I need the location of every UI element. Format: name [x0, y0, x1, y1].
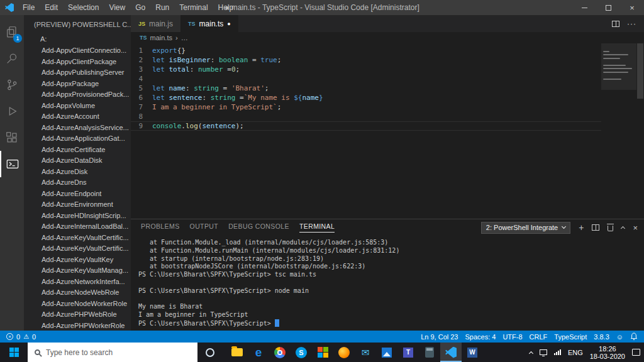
- menu-view[interactable]: View: [104, 0, 130, 15]
- menu-terminal[interactable]: Terminal: [174, 0, 213, 15]
- command-list-item[interactable]: Add-AzureKeyVaultManag...: [24, 265, 131, 277]
- activity-extensions-icon[interactable]: [0, 124, 24, 151]
- code-line[interactable]: 3let total: number =0;: [131, 65, 601, 74]
- activity-source-control-icon[interactable]: [0, 72, 24, 98]
- new-terminal-icon[interactable]: +: [579, 223, 584, 232]
- tray-expand-icon[interactable]: [529, 351, 533, 355]
- typescript-version[interactable]: 3.8.3: [594, 333, 609, 341]
- taskbar-photos-icon[interactable]: [376, 343, 397, 362]
- code-line[interactable]: 1export{}: [131, 46, 601, 55]
- code-line[interactable]: 4: [131, 74, 601, 84]
- taskbar-word-icon[interactable]: W: [462, 343, 483, 362]
- feedback-smiley-icon[interactable]: ☺: [616, 333, 623, 341]
- indentation[interactable]: Spaces: 4: [465, 333, 496, 341]
- taskbar-edge-icon[interactable]: e: [248, 343, 269, 362]
- command-list-item[interactable]: Add-AppxVolume: [24, 101, 131, 112]
- taskbar-store-icon[interactable]: [312, 343, 333, 362]
- command-list-item[interactable]: Add-AzurePHPWebRole: [24, 309, 131, 321]
- unsaved-dot-icon[interactable]: ●: [227, 21, 230, 27]
- network-icon[interactable]: [540, 349, 547, 355]
- cortana-button[interactable]: [197, 343, 223, 362]
- command-list-item[interactable]: Add-AzureDns: [24, 177, 131, 189]
- taskbar-vscode-icon[interactable]: [440, 343, 462, 362]
- minimize-button[interactable]: [572, 0, 596, 15]
- tab-main-ts[interactable]: TS main.ts ●: [180, 15, 238, 32]
- taskbar-teams-icon[interactable]: T: [397, 343, 419, 362]
- split-editor-icon[interactable]: [612, 21, 619, 27]
- activity-search-icon[interactable]: [0, 45, 24, 72]
- command-list-item[interactable]: Add-AzureDisk: [24, 167, 131, 178]
- breadcrumb-file[interactable]: main.ts: [150, 34, 172, 41]
- command-list-item[interactable]: Add-AzureEndpoint: [24, 189, 131, 200]
- command-list-item[interactable]: Add-AzureKeyVaultCertific...: [24, 243, 131, 255]
- code-line[interactable]: 7I am a beginner in TypeScript`;: [131, 102, 601, 112]
- command-list-item[interactable]: Add-AzureAnalysisService...: [24, 123, 131, 134]
- maximize-button[interactable]: [596, 0, 620, 15]
- command-list-item[interactable]: Add-AppvPublishingServer: [24, 67, 131, 79]
- command-list-item[interactable]: Add-AzureKeyVaultKey: [24, 255, 131, 266]
- scrollbar-thumb[interactable]: [637, 43, 643, 99]
- activity-run-debug-icon[interactable]: [0, 98, 24, 124]
- command-list-item[interactable]: Add-AppvClientPackage: [24, 57, 131, 68]
- command-list-item[interactable]: Add-AzureKeyVaultCertific...: [24, 233, 131, 244]
- clock[interactable]: 18:26 18-03-2020: [590, 345, 625, 360]
- panel-tab-problems[interactable]: PROBLEMS: [141, 222, 180, 233]
- kill-terminal-icon[interactable]: [608, 226, 613, 231]
- breadcrumb[interactable]: TS main.ts › …: [131, 32, 644, 43]
- close-button[interactable]: ×: [620, 0, 644, 15]
- taskbar-mail-icon[interactable]: ✉: [355, 343, 376, 362]
- code-line[interactable]: 9console.log(sentence);: [131, 121, 601, 131]
- command-list-item[interactable]: Add-AppxProvisionedPack...: [24, 89, 131, 101]
- command-list-item[interactable]: Add-AzureNodeWebRole: [24, 287, 131, 299]
- more-actions-icon[interactable]: ···: [627, 19, 636, 28]
- eol-sequence[interactable]: CRLF: [530, 333, 548, 341]
- panel-tab-terminal[interactable]: TERMINAL: [299, 222, 335, 233]
- command-list-item[interactable]: Add-AzureNetworkInterfa...: [24, 277, 131, 288]
- code-line[interactable]: 6let sentence: string =`My name is ${nam…: [131, 93, 601, 102]
- command-list-item[interactable]: Add-AppvClientConnectio...: [24, 45, 131, 57]
- code-line[interactable]: 8: [131, 112, 601, 121]
- bell-icon[interactable]: [630, 332, 638, 341]
- command-list-item[interactable]: Add-AzureAccount: [24, 111, 131, 123]
- split-terminal-icon[interactable]: [592, 224, 599, 231]
- terminal-selector-dropdown[interactable]: 2: PowerShell Integrate: [481, 222, 570, 234]
- command-list-item[interactable]: Add-AzureApplicationGat...: [24, 133, 131, 145]
- editor-scrollbar[interactable]: [636, 43, 644, 219]
- encoding[interactable]: UTF-8: [502, 333, 522, 341]
- breadcrumb-more[interactable]: …: [181, 34, 188, 41]
- panel-tab-output[interactable]: OUTPUT: [190, 222, 219, 233]
- command-list-item[interactable]: Add-AzureNodeWorkerRole: [24, 299, 131, 310]
- problems-status[interactable]: × 0 ⚠ 0: [6, 333, 36, 341]
- language-mode[interactable]: TypeScript: [554, 333, 587, 341]
- minimap-slider[interactable]: [601, 43, 636, 90]
- input-language[interactable]: ENG: [568, 349, 583, 356]
- taskbar-search[interactable]: [28, 343, 197, 362]
- command-list-item[interactable]: Add-AzureDataDisk: [24, 155, 131, 167]
- command-list-item[interactable]: Add-AzurePHPWorkerRole: [24, 321, 131, 331]
- taskbar-calculator-icon[interactable]: [419, 343, 440, 362]
- code-editor[interactable]: 1export{}2let isBeginner: boolean = true…: [131, 43, 644, 219]
- command-list-item[interactable]: Add-AppxPackage: [24, 79, 131, 90]
- command-list-item[interactable]: Add-AzureEnvironment: [24, 199, 131, 211]
- command-list-item[interactable]: Add-AzureCertificate: [24, 145, 131, 156]
- taskbar-chrome-icon[interactable]: [269, 343, 291, 362]
- menu-selection[interactable]: Selection: [63, 0, 104, 15]
- close-panel-icon[interactable]: ×: [633, 224, 638, 232]
- activity-explorer-icon[interactable]: 1: [0, 19, 24, 45]
- menu-file[interactable]: File: [18, 0, 40, 15]
- search-input[interactable]: [46, 348, 178, 357]
- taskbar-file-explorer-icon[interactable]: [226, 343, 248, 362]
- menu-go[interactable]: Go: [130, 0, 150, 15]
- menu-run[interactable]: Run: [150, 0, 174, 15]
- panel-tab-debug-console[interactable]: DEBUG CONSOLE: [228, 222, 289, 233]
- cursor-position[interactable]: Ln 9, Col 23: [421, 333, 458, 341]
- terminal-cursor[interactable]: [275, 319, 279, 327]
- command-list-item[interactable]: Add-AzureHDInsightScrip...: [24, 211, 131, 222]
- code-line[interactable]: 5let name: string = 'Bharat';: [131, 84, 601, 93]
- action-center-icon[interactable]: [632, 349, 640, 356]
- start-button[interactable]: [0, 343, 28, 362]
- command-list-item[interactable]: Add-AzureInternalLoadBal...: [24, 221, 131, 233]
- menu-edit[interactable]: Edit: [40, 0, 63, 15]
- code-area[interactable]: 1export{}2let isBeginner: boolean = true…: [131, 43, 601, 219]
- signal-icon[interactable]: [554, 349, 561, 355]
